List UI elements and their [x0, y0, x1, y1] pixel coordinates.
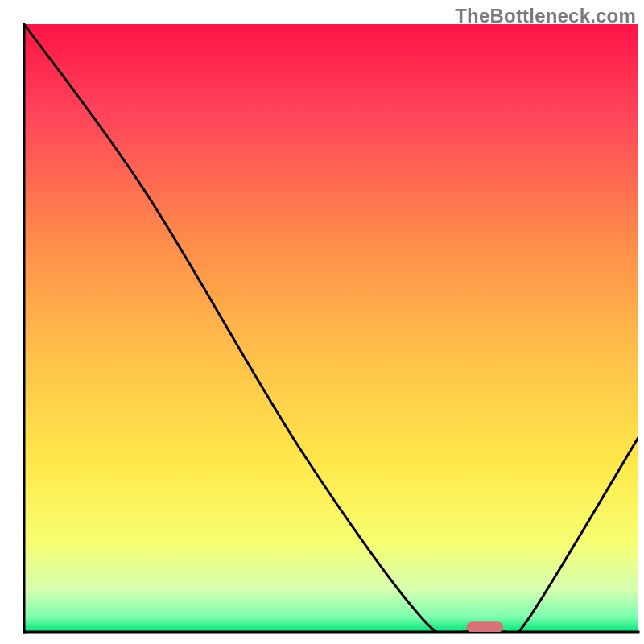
chart-plot [0, 0, 644, 644]
chart-background-gradient [24, 24, 638, 632]
bottleneck-chart: TheBottleneck.com [0, 0, 644, 644]
watermark-label: TheBottleneck.com [455, 5, 636, 27]
optimal-point-marker [466, 621, 503, 633]
